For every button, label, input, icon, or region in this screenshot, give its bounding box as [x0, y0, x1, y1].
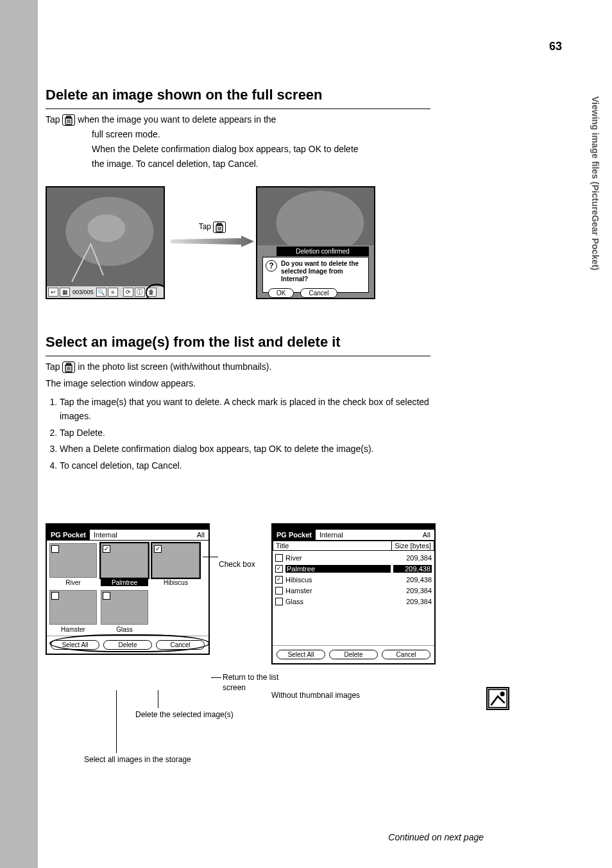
thumb-palmtree[interactable]: ✓ Palmtree [101, 543, 148, 586]
info-icon[interactable]: ⓘ [135, 288, 145, 297]
dialog-message: Do you want to delete the selected Image… [281, 260, 359, 282]
thumb-hibiscus[interactable]: ✓ Hibiscus [152, 543, 200, 586]
checkbox[interactable] [51, 545, 59, 553]
rotate-icon[interactable]: ⟳ [123, 288, 133, 297]
trash-icon [62, 114, 75, 126]
trash-icon [213, 221, 226, 233]
screenshot-delete-dialog: Deletion confirmed ? Do you want to dele… [256, 186, 378, 299]
intro-list-2: The image selection window appears. [46, 377, 456, 391]
row-hamster[interactable]: Hamster209,384 [275, 585, 432, 596]
app-name: PG Pocket [47, 530, 90, 540]
cancel-button[interactable]: Cancel [382, 650, 430, 659]
thumb-icon[interactable]: ▦ [60, 288, 70, 297]
list-icon[interactable]: ≡ [108, 288, 118, 297]
heading-delete-list: Select an image(s) from the list and del… [46, 334, 456, 351]
callout-selectall: Select all images in the storage [84, 754, 244, 765]
zoom-icon[interactable]: 🔍 [96, 288, 106, 297]
trash-toolbar-icon[interactable]: 🗑 [146, 288, 157, 297]
counter: 003/005 [71, 289, 95, 295]
rule [46, 356, 430, 356]
rule [46, 108, 430, 109]
col-title: Title [273, 541, 391, 551]
checkbox[interactable] [103, 592, 110, 600]
delete-button[interactable]: Delete [329, 650, 378, 659]
step-4: To cancel deletion, tap Cancel. [60, 459, 456, 473]
trash-icon [62, 361, 75, 373]
checkbox-checked[interactable]: ✓ [154, 545, 162, 553]
step-3: When a Delete confirmation dialog box ap… [60, 442, 456, 456]
cancel-button[interactable]: Cancel [300, 288, 337, 298]
thumb-glass[interactable]: Glass [101, 590, 148, 633]
arrow-tap: Tap [171, 221, 254, 250]
row-river[interactable]: River209,384 [275, 552, 432, 563]
row-hibiscus[interactable]: ✓Hibiscus209,438 [275, 574, 432, 585]
text-step-full-line2: full screen mode. [92, 128, 456, 141]
text-step-full-sub: When the Delete confirmation dialog box … [92, 143, 456, 156]
storage-dropdown[interactable]: Internal [316, 530, 419, 540]
row-palmtree[interactable]: ✓Palmtree209,438 [275, 563, 432, 574]
intro-list: Tap in the photo list screen (with/witho… [46, 360, 456, 374]
app-name: PG Pocket [273, 530, 316, 540]
cancel-button[interactable]: Cancel [156, 640, 205, 650]
question-icon: ? [266, 260, 277, 272]
checkbox-checked[interactable]: ✓ [103, 545, 110, 553]
left-gray-column [0, 0, 38, 868]
step-1: Tap the image(s) that you want to delete… [60, 395, 456, 423]
text-step-full: Tap when the image you want to delete ap… [46, 113, 456, 126]
thumb-hamster[interactable]: Hamster [49, 590, 97, 633]
svg-point-4 [88, 214, 126, 242]
dialog-title: Deletion confirmed [276, 247, 369, 256]
continued: Continued on next page [388, 832, 484, 842]
select-all-button[interactable]: Select All [51, 640, 99, 650]
select-all-button[interactable]: Select All [276, 650, 325, 659]
ok-button[interactable]: OK [268, 288, 294, 298]
storage-dropdown[interactable]: Internal [90, 530, 193, 540]
heading-delete-single: Delete an image shown on the full screen [46, 87, 456, 103]
callout-delete: Delete the selected image(s) [135, 709, 264, 720]
category-dropdown[interactable]: All [419, 530, 434, 540]
thumb-river[interactable]: River [49, 543, 97, 586]
step-2: Tap Delete. [60, 426, 456, 440]
screenshot-thumb-list: PG Pocket Internal All River ✓ Palmtree … [46, 523, 210, 655]
screenshot-detail-list: PG Pocket Internal All Title Size [bytes… [271, 523, 436, 664]
text-step-full-sub2: the image. To cancel deletion, tap Cance… [92, 157, 456, 171]
row-glass[interactable]: Glass209,384 [275, 596, 432, 607]
checkbox[interactable] [51, 592, 59, 600]
col-size: Size [bytes] [391, 541, 434, 551]
category-dropdown[interactable]: All [193, 530, 208, 540]
screenshot-fullscreen: ↩ ▦ 003/005 🔍 ≡ ⟳ ⓘ 🗑 [46, 186, 167, 299]
back-icon[interactable]: ↩ [48, 288, 58, 297]
delete-button[interactable]: Delete [103, 640, 152, 650]
caption-no-thumb: Without thumbnail images [271, 690, 438, 700]
svg-marker-5 [171, 236, 254, 247]
